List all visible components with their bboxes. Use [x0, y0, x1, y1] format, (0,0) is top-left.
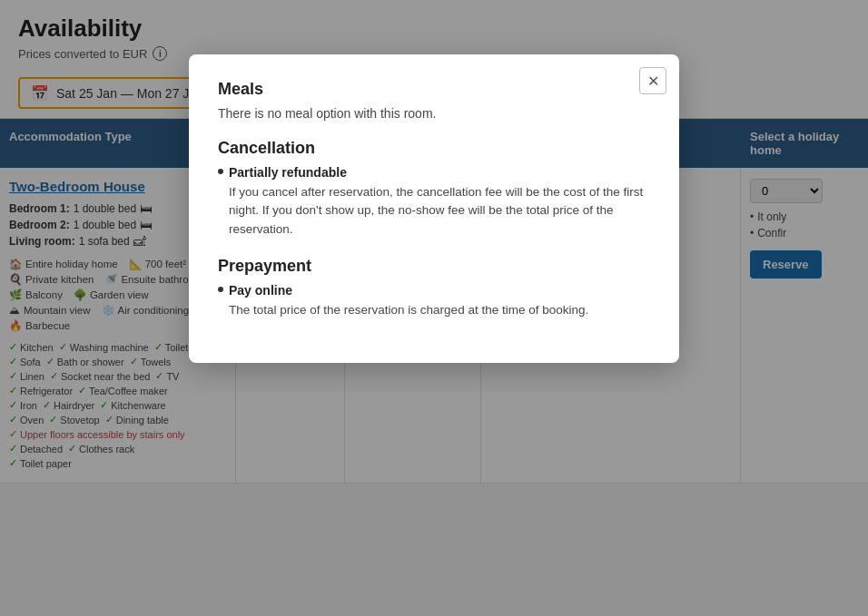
- prepayment-content: Pay online The total price of the reserv…: [229, 283, 588, 319]
- modal-meals-text: There is no meal option with this room.: [218, 106, 650, 121]
- prepayment-bullet-title: Pay online: [229, 283, 588, 298]
- modal-dialog: ✕ Meals There is no meal option with thi…: [189, 54, 679, 363]
- modal-meals-title: Meals: [218, 80, 650, 99]
- page-container: Availability Prices converted to EUR i 📅…: [0, 0, 868, 616]
- cancellation-row: Partially refundable If you cancel after…: [218, 165, 650, 239]
- modal-cancellation-section: Cancellation Partially refundable If you…: [218, 139, 650, 239]
- modal-cancellation-item: Partially refundable If you cancel after…: [218, 165, 650, 239]
- cancellation-content: Partially refundable If you cancel after…: [229, 165, 650, 239]
- cancellation-dot: [218, 169, 223, 174]
- modal-overlay: ✕ Meals There is no meal option with thi…: [0, 0, 868, 616]
- cancellation-bullet-title: Partially refundable: [229, 165, 650, 180]
- modal-prepayment-item: Pay online The total price of the reserv…: [218, 283, 650, 319]
- prepayment-row: Pay online The total price of the reserv…: [218, 283, 650, 319]
- prepayment-bullet-text: The total price of the reservation is ch…: [229, 301, 588, 319]
- close-icon: ✕: [647, 73, 659, 90]
- prepayment-dot: [218, 287, 223, 292]
- modal-prepayment-section: Prepayment Pay online The total price of…: [218, 257, 650, 319]
- modal-close-button[interactable]: ✕: [639, 67, 666, 94]
- cancellation-bullet-text: If you cancel after reservation, the can…: [229, 183, 650, 239]
- modal-prepayment-title: Prepayment: [218, 257, 650, 276]
- modal-cancellation-title: Cancellation: [218, 139, 650, 158]
- modal-meals-section: Meals There is no meal option with this …: [218, 80, 650, 121]
